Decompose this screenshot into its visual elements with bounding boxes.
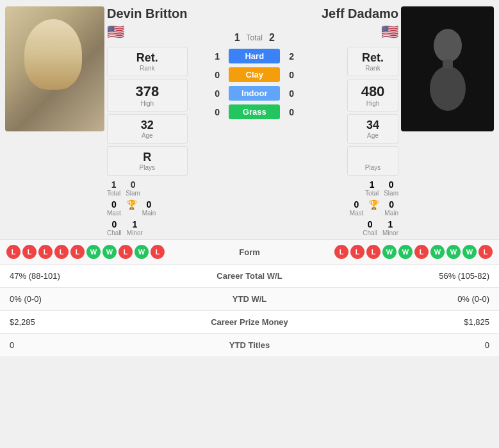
left-mast-label: Mast	[107, 210, 121, 217]
right-plays-label: Plays	[365, 164, 380, 171]
svg-point-0	[434, 29, 462, 62]
stats-row-right-0: 56% (105-82)	[314, 271, 490, 281]
indoor-left: 0	[211, 88, 224, 99]
left-minor-label: Minor	[127, 229, 143, 236]
form-badge-w: W	[382, 245, 397, 259]
trophy-icon-left: 🏆	[126, 199, 137, 210]
grass-row: 0 Grass 0	[188, 104, 322, 119]
left-chall-value: 0	[112, 219, 117, 229]
total-right: 2	[269, 32, 275, 44]
form-badge-l: L	[334, 245, 348, 259]
left-name-flag: Devin Britton 🇺🇸	[107, 6, 188, 44]
hard-badge: Hard	[229, 49, 280, 63]
left-main-stat: 0 Main	[142, 199, 156, 217]
left-age-label: Age	[142, 132, 153, 139]
total-left: 1	[234, 32, 240, 44]
right-mast-value: 0	[354, 199, 359, 210]
right-slam-value: 0	[389, 179, 394, 190]
hard-right: 2	[285, 51, 298, 62]
clay-row: 0 Clay 0	[188, 67, 322, 82]
form-badge-l: L	[38, 245, 53, 259]
form-badge-w: W	[430, 245, 445, 259]
left-total-stat: 1 Total	[107, 179, 120, 197]
right-plays-value	[371, 151, 374, 164]
left-total-label: Total	[107, 190, 120, 197]
form-badge-w: W	[398, 245, 413, 259]
svg-rect-2	[443, 60, 453, 69]
right-chall-label: Chall	[363, 229, 377, 236]
right-total-stat: 1 Total	[365, 179, 379, 197]
right-high-label: High	[366, 100, 380, 107]
total-label: Total	[247, 33, 263, 42]
clay-right: 0	[285, 70, 298, 80]
form-label: Form	[167, 247, 332, 257]
stats-row-right-3: 0	[314, 340, 490, 350]
right-minor-stat: 1 Minor	[382, 219, 398, 236]
form-badge-w: W	[86, 245, 101, 259]
left-high-box: 378 High	[107, 79, 188, 112]
right-minor-label: Minor	[382, 229, 398, 236]
stats-row-center-1: YTD W/L	[186, 294, 314, 304]
right-slam-label: Slam	[384, 190, 398, 197]
left-plays-value: R	[143, 151, 151, 164]
form-badge-w: W	[462, 245, 477, 259]
right-trophy: 🏆	[368, 199, 379, 217]
right-total-value: 1	[370, 179, 375, 190]
page-container: Devin Britton 🇺🇸 Ret. Rank 378 High 32 A…	[0, 0, 499, 356]
indoor-badge: Indoor	[229, 86, 280, 101]
left-mast-stat: 0 Mast	[107, 199, 121, 217]
hard-left: 1	[211, 51, 224, 62]
left-chall-label: Chall	[107, 229, 122, 236]
left-slam-value: 0	[131, 179, 136, 190]
left-high-value: 378	[135, 83, 159, 100]
left-player-details: Devin Britton 🇺🇸 Ret. Rank 378 High 32 A…	[107, 6, 188, 236]
grass-badge: Grass	[229, 104, 280, 119]
right-main-value: 0	[389, 199, 394, 210]
trophy-icon-right: 🏆	[368, 199, 379, 210]
stats-row-center-2: Career Prize Money	[186, 317, 314, 327]
stats-row-left-2: $2,285	[10, 317, 186, 327]
indoor-row: 0 Indoor 0	[188, 86, 322, 101]
grass-left: 0	[211, 107, 224, 117]
left-mast-main: 0 Mast 🏆 0 Main	[107, 199, 188, 217]
right-plays-box: Plays	[347, 146, 398, 176]
right-age-label: Age	[367, 132, 379, 139]
right-main-stat: 0 Main	[384, 199, 398, 217]
right-chall-minor: 0 Chall 1 Minor	[363, 219, 398, 236]
right-player-section: Jeff Dadamo 🇺🇸 Ret. Rank 480 High 34 Age	[322, 6, 494, 236]
left-total-value: 1	[111, 179, 117, 190]
right-chall-value: 0	[368, 219, 373, 229]
svg-point-1	[430, 66, 466, 111]
left-form-badges: LLLLLWWLWL	[6, 245, 165, 259]
stats-row-right-2: $1,825	[314, 317, 490, 327]
grass-right: 0	[285, 107, 298, 117]
form-badge-l: L	[22, 245, 37, 259]
form-badge-l: L	[119, 245, 133, 259]
left-player-photo	[5, 6, 104, 131]
form-badge-l: L	[70, 245, 85, 259]
silhouette-svg	[422, 28, 473, 111]
hard-row: 1 Hard 2	[188, 49, 322, 63]
stats-row-center-0: Career Total W/L	[186, 271, 314, 281]
form-badge-w: W	[135, 245, 149, 259]
stats-row-1: 0% (0-0)YTD W/L0% (0-0)	[0, 287, 499, 310]
center-column: 1 Total 2 1 Hard 2 0 Clay 0 0 Indoor 0	[188, 6, 322, 123]
right-player-flag: 🇺🇸	[381, 24, 398, 40]
form-badge-w: W	[102, 245, 117, 259]
right-name-flag: Jeff Dadamo 🇺🇸	[322, 6, 398, 44]
total-row: 1 Total 2	[188, 6, 322, 44]
clay-left: 0	[211, 70, 224, 80]
right-total-label: Total	[365, 190, 379, 197]
clay-badge: Clay	[229, 67, 280, 82]
left-rank-sub: Rank	[140, 65, 154, 72]
right-high-box: 480 High	[347, 79, 398, 112]
right-player-name: Jeff Dadamo	[322, 6, 398, 21]
right-main-label: Main	[384, 210, 398, 217]
right-rank-box: Ret. Rank	[347, 47, 398, 76]
form-badge-l: L	[350, 245, 364, 259]
stats-row-left-1: 0% (0-0)	[10, 294, 186, 304]
left-rank-box: Ret. Rank	[107, 47, 188, 76]
left-small-stats: 1 Total 0 Slam	[107, 179, 188, 197]
left-minor-stat: 1 Minor	[127, 219, 143, 236]
left-plays-label: Plays	[140, 164, 155, 171]
